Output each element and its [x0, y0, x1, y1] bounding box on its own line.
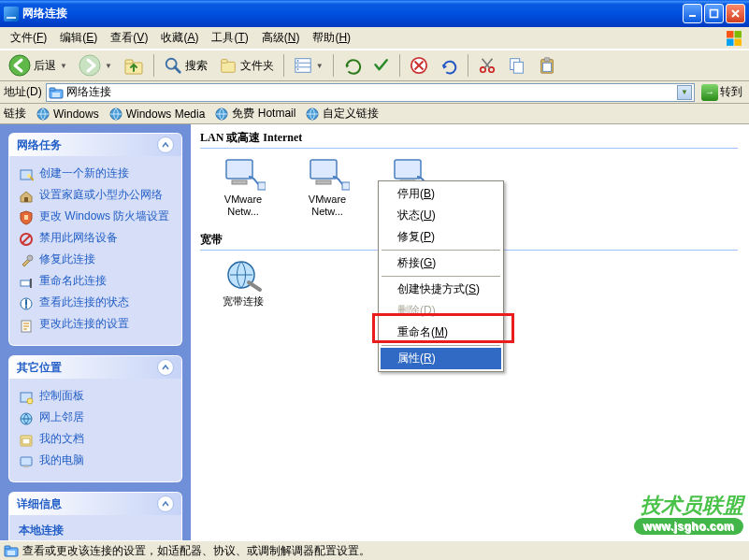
- panel-title: 详细信息: [17, 496, 62, 512]
- window-close-button[interactable]: [726, 4, 745, 23]
- panel-header[interactable]: 其它位置: [9, 356, 181, 379]
- address-dropdown-button[interactable]: [677, 85, 692, 100]
- panel-title: 其它位置: [17, 360, 62, 376]
- menu-help[interactable]: 帮助(H): [306, 28, 357, 48]
- panel-network-tasks: 网络任务 创建一个新的连接 设置家庭或小型办公网络 更改 Windows 防火墙…: [9, 134, 181, 345]
- window-titlebar: 网络连接: [0, 0, 749, 27]
- task-disable-device[interactable]: 禁用此网络设备: [19, 228, 172, 250]
- window-icon: [4, 7, 19, 22]
- panel-title: 网络任务: [17, 137, 62, 153]
- toolbar: 后退▼ ▼ 搜索 文件夹 ▼: [0, 50, 749, 81]
- task-rename[interactable]: 重命名此连接: [19, 271, 172, 293]
- throbber-icon: [723, 30, 745, 47]
- place-network-places[interactable]: 网上邻居: [19, 408, 172, 429]
- menu-advanced[interactable]: 高级(N): [255, 28, 307, 48]
- side-panel: 网络任务 创建一个新的连接 设置家庭或小型办公网络 更改 Windows 防火墙…: [0, 124, 191, 540]
- network-connection-icon: [221, 154, 266, 192]
- group-lan-heading: LAN 或高速 Internet: [198, 128, 749, 148]
- address-combo[interactable]: 网络连接: [46, 83, 695, 102]
- connection-item[interactable]: VMware Netw...: [294, 154, 361, 217]
- link-windows-media[interactable]: Windows Media: [108, 107, 206, 122]
- ctx-separator: [382, 276, 500, 277]
- place-my-computer[interactable]: 我的电脑: [19, 451, 172, 472]
- task-firewall[interactable]: 更改 Windows 防火墙设置: [19, 207, 172, 228]
- panel-header[interactable]: 网络任务: [9, 134, 181, 156]
- panel-header[interactable]: 详细信息: [9, 493, 181, 515]
- collapse-icon[interactable]: [157, 495, 174, 512]
- menu-edit[interactable]: 编辑(E): [53, 28, 104, 48]
- task-repair[interactable]: 修复此连接: [19, 250, 172, 271]
- ctx-disable[interactable]: 停用(B): [381, 183, 501, 205]
- task-status[interactable]: 查看此连接的状态: [19, 293, 172, 314]
- ctx-delete: 删除(D): [381, 300, 501, 322]
- undo-button[interactable]: [435, 53, 463, 78]
- task-new-connection[interactable]: 创建一个新的连接: [19, 164, 172, 185]
- place-my-documents[interactable]: 我的文档: [19, 429, 172, 451]
- toolbar-separator: [333, 54, 334, 77]
- search-button[interactable]: 搜索: [159, 53, 212, 78]
- task-home-network[interactable]: 设置家庭或小型办公网络: [19, 185, 172, 207]
- window-minimize-button[interactable]: [683, 4, 702, 23]
- panel-other-places: 其它位置 控制面板 网上邻居 我的文档 我的电脑: [9, 356, 181, 481]
- link-hotmail[interactable]: 免费 Hotmail: [214, 106, 295, 122]
- address-label: 地址(D): [4, 84, 42, 100]
- links-bar: 链接 Windows Windows Media 免费 Hotmail 自定义链…: [0, 104, 749, 124]
- collapse-icon[interactable]: [157, 359, 174, 376]
- status-bar: 查看或更改该连接的设置，如适配器、协议、或调制解调器配置设置。: [0, 540, 749, 560]
- menu-view[interactable]: 查看(V): [104, 28, 154, 48]
- place-control-panel[interactable]: 控制面板: [19, 386, 172, 408]
- network-connection-icon: [305, 154, 350, 192]
- go-button[interactable]: →转到: [699, 83, 745, 102]
- sync-button[interactable]: [338, 53, 367, 78]
- ctx-properties[interactable]: 属性(R): [381, 348, 501, 369]
- svg-rect-57: [711, 10, 718, 18]
- ctx-rename[interactable]: 重命名(M): [381, 322, 501, 343]
- links-label: 链接: [4, 106, 26, 122]
- toolbar-separator: [468, 54, 468, 77]
- window-title: 网络连接: [22, 6, 67, 22]
- paste-button[interactable]: [533, 53, 561, 78]
- collapse-icon[interactable]: [157, 136, 174, 153]
- link-windows[interactable]: Windows: [36, 107, 99, 122]
- ctx-bridge[interactable]: 桥接(G): [381, 252, 501, 274]
- broadband-icon: [221, 256, 266, 294]
- toolbar-separator: [399, 54, 400, 77]
- link-custom[interactable]: 自定义链接: [305, 106, 379, 122]
- cut-button[interactable]: [473, 53, 501, 78]
- menu-bar: 文件(F) 编辑(E) 查看(V) 收藏(A) 工具(T) 高级(N) 帮助(H…: [0, 27, 749, 50]
- ctx-create-shortcut[interactable]: 创建快捷方式(S): [381, 279, 501, 300]
- connection-item[interactable]: VMware Netw...: [209, 154, 277, 217]
- copy-button[interactable]: [503, 53, 531, 78]
- menu-favorites[interactable]: 收藏(A): [154, 28, 205, 48]
- ctx-separator: [382, 345, 500, 346]
- folders-button[interactable]: 文件夹: [214, 53, 279, 78]
- ctx-repair[interactable]: 修复(P): [381, 226, 501, 248]
- window-maximize-button[interactable]: [704, 4, 724, 23]
- address-value: 网络连接: [66, 84, 111, 100]
- context-menu: 停用(B) 状态(U) 修复(P) 桥接(G) 创建快捷方式(S) 删除(D) …: [378, 180, 504, 372]
- details-name: 本地连接: [19, 524, 64, 537]
- up-button[interactable]: [119, 52, 149, 79]
- views-button[interactable]: ▼: [289, 53, 328, 78]
- toolbar-separator: [283, 54, 284, 77]
- task-properties[interactable]: 更改此连接的设置: [19, 314, 172, 336]
- status-icon: [4, 543, 19, 558]
- netfolder-icon: [49, 85, 64, 100]
- panel-details: 详细信息 本地连接: [9, 493, 181, 540]
- address-bar: 地址(D) 网络连接 →转到: [0, 81, 749, 104]
- watermark: 技术员联盟 www.jsgho.com: [634, 495, 743, 535]
- stop-button[interactable]: [405, 53, 433, 78]
- check-button[interactable]: [368, 54, 395, 77]
- status-text: 查看或更改该连接的设置，如适配器、协议、或调制解调器配置设置。: [22, 543, 370, 559]
- ctx-separator: [382, 250, 500, 251]
- menu-file[interactable]: 文件(F): [4, 28, 53, 48]
- forward-button[interactable]: ▼: [74, 51, 117, 79]
- toolbar-separator: [153, 54, 154, 77]
- menu-tools[interactable]: 工具(T): [205, 28, 254, 48]
- back-button[interactable]: 后退▼: [4, 51, 72, 79]
- ctx-status[interactable]: 状态(U): [381, 205, 501, 226]
- connection-item[interactable]: 宽带连接: [209, 256, 277, 308]
